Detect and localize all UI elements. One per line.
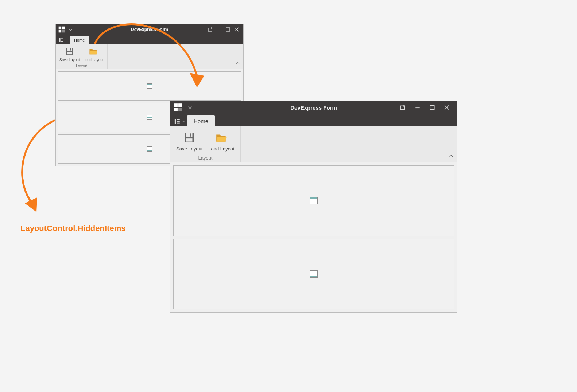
window-after: DevExpress Form Home: [170, 101, 457, 313]
folder-open-icon: [88, 46, 98, 56]
picture-placeholder-icon: [310, 197, 318, 204]
picture-placeholder-icon: [147, 83, 152, 89]
svg-rect-21: [174, 108, 178, 111]
svg-rect-22: [178, 108, 182, 111]
layout-item[interactable]: [58, 71, 241, 101]
folder-open-icon: [214, 131, 228, 145]
svg-rect-36: [190, 133, 191, 137]
minimize-button[interactable]: [216, 27, 222, 32]
load-layout-button[interactable]: Load Layout: [206, 129, 237, 153]
svg-rect-8: [226, 28, 230, 31]
ribbon-group-label: Layout: [76, 64, 87, 68]
ribbon-group-layout: Save Layout Load Layout Layout: [56, 44, 108, 69]
close-button[interactable]: [234, 27, 240, 32]
titlebar[interactable]: DevExpress Form: [170, 101, 457, 114]
ribbon: Save Layout Load Layout Layout: [170, 126, 457, 162]
app-icon: [58, 26, 65, 33]
ribbon-collapse-icon[interactable]: [449, 153, 453, 160]
annotation-label: LayoutControl.HiddenItems: [20, 224, 125, 233]
titlebar[interactable]: DevExpress Form: [56, 24, 243, 35]
ribbon: Save Layout Load Layout Layout: [56, 44, 243, 69]
close-button[interactable]: [443, 104, 450, 111]
picture-placeholder-icon: [147, 115, 152, 120]
svg-rect-3: [62, 30, 65, 33]
ribbon-tabstrip: Home: [170, 114, 457, 126]
save-layout-button[interactable]: Save Layout: [58, 46, 81, 63]
svg-rect-19: [174, 103, 178, 107]
save-icon: [182, 131, 196, 145]
file-menu-icon[interactable]: [59, 36, 67, 44]
quick-access-dropdown-icon[interactable]: [67, 27, 73, 32]
quick-access-dropdown-icon[interactable]: [186, 104, 194, 111]
ribbon-tabstrip: Home: [56, 35, 243, 44]
load-layout-label: Load Layout: [84, 58, 104, 62]
svg-rect-16: [67, 48, 72, 51]
tab-home[interactable]: Home: [70, 36, 89, 44]
svg-rect-2: [59, 30, 62, 33]
svg-rect-17: [70, 48, 71, 51]
app-icon: [173, 103, 183, 112]
layout-control: [170, 162, 457, 312]
svg-rect-35: [186, 133, 193, 137]
svg-marker-39: [25, 197, 37, 212]
save-layout-label: Save Layout: [176, 146, 202, 152]
save-layout-label: Save Layout: [59, 58, 80, 62]
save-layout-button[interactable]: Save Layout: [174, 129, 205, 153]
picture-placeholder-icon: [310, 270, 318, 278]
ribbon-collapse-icon[interactable]: [236, 60, 240, 67]
minimize-button[interactable]: [414, 104, 421, 111]
tab-home[interactable]: Home: [187, 115, 215, 126]
svg-rect-11: [59, 38, 61, 42]
svg-rect-1: [62, 27, 65, 30]
maximize-button[interactable]: [429, 104, 436, 111]
svg-rect-0: [59, 27, 62, 30]
load-layout-label: Load Layout: [208, 146, 235, 152]
ribbon-group-label: Layout: [198, 155, 212, 161]
file-menu-icon[interactable]: [174, 116, 185, 126]
new-window-icon[interactable]: [399, 104, 407, 111]
new-window-icon[interactable]: [208, 27, 213, 32]
layout-item[interactable]: [173, 165, 454, 236]
layout-item[interactable]: [173, 239, 454, 310]
maximize-button[interactable]: [225, 27, 231, 32]
svg-rect-20: [178, 103, 182, 107]
picture-placeholder-icon: [147, 146, 152, 152]
svg-rect-18: [67, 52, 72, 55]
svg-rect-37: [186, 138, 193, 142]
svg-rect-30: [175, 119, 176, 124]
save-icon: [65, 46, 75, 56]
svg-rect-27: [430, 105, 434, 109]
ribbon-group-layout: Save Layout Load Layout Layout: [170, 126, 241, 162]
load-layout-button[interactable]: Load Layout: [82, 46, 105, 63]
